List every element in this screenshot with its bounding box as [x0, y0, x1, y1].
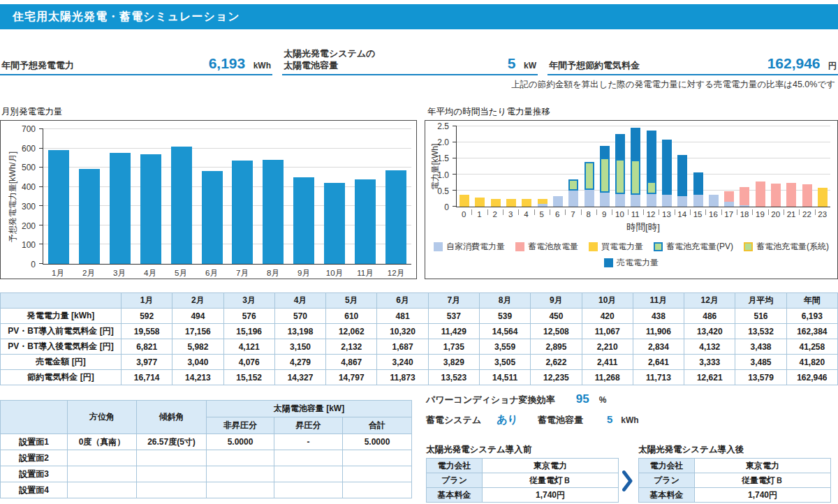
bar	[647, 131, 656, 207]
stat-label: 太陽光発電システムの 太陽電池容量	[284, 48, 376, 72]
x-tick-label: 4月	[135, 266, 166, 280]
x-tick-label: 3	[503, 208, 518, 219]
stat-value: 5	[508, 55, 516, 71]
bar	[140, 154, 161, 264]
x-tick-label: 9月	[288, 266, 319, 280]
table-header-row: 方位角 傾斜角 太陽電池容量 [kW]	[1, 401, 412, 417]
bar-segment-discharge	[740, 187, 749, 206]
table-row: 設置面10度（真南）26.57度(5寸)5.0000-5.0000	[1, 434, 412, 450]
table-row: PV・BT導入後電気料金 [円]6,8215,9824,1213,1502,13…	[1, 339, 838, 355]
bar	[48, 150, 69, 264]
row-label: プラン	[427, 473, 483, 488]
table-row: 売電金額 [円]3,9773,0404,0764,2794,8673,2403,…	[1, 355, 838, 370]
bar-segment-buy	[491, 199, 501, 207]
bar-segment-self	[585, 190, 594, 207]
x-tick-label: 2月	[73, 266, 104, 280]
bar-slot	[815, 126, 830, 207]
bar-segment-discharge	[724, 191, 734, 202]
value-cell: 17,156	[172, 324, 223, 339]
legend-label: 売電電力量	[617, 257, 659, 269]
boost-cell	[274, 482, 343, 498]
value-cell: 11,268	[582, 370, 633, 385]
stat-value: 162,946	[767, 55, 821, 71]
bar-segment-sell	[662, 140, 672, 195]
bar-segment-discharge	[802, 184, 812, 207]
azimuth-cell	[68, 450, 137, 466]
value-cell: 162,384	[786, 324, 837, 339]
value-cell: 539	[479, 309, 530, 324]
value-cell: 11,067	[582, 324, 633, 339]
bar-slot	[753, 126, 768, 207]
value-cell: 従量電灯Ｂ	[695, 473, 831, 488]
legend-row: 自家消費電力量蓄電池放電量買電電力量蓄電池充電量(PV)蓄電池充電量(系統)	[425, 241, 837, 253]
column-header: 5月	[326, 293, 377, 309]
inverter-unit: %	[599, 395, 607, 405]
y-tick-label: 0.5	[437, 186, 449, 196]
value-cell: 15,152	[223, 370, 274, 385]
column-header: 10月	[582, 293, 633, 309]
legend-label: 蓄電池充電量(PV)	[666, 241, 733, 253]
stat-annual-savings: 年間予想節約電気料金 162,946 円	[547, 40, 838, 75]
value-cell: 3,438	[735, 339, 786, 355]
bar	[585, 162, 594, 207]
bar-segment-discharge	[771, 184, 781, 207]
bar-segment-charge_pv	[647, 181, 656, 194]
stat-annual-generation: 年間予想発電電力 6,193 kWh	[0, 40, 272, 75]
total-cell	[343, 450, 412, 466]
bar	[355, 179, 376, 264]
stat-label: 年間予想発電電力	[1, 60, 74, 72]
nonboost-cell	[207, 450, 274, 466]
chart-legend: 自家消費電力量蓄電池放電量買電電力量蓄電池充電量(PV)蓄電池充電量(系統)売電…	[425, 241, 837, 273]
bar-slot	[566, 126, 581, 207]
bar-slot	[690, 126, 705, 207]
bar	[79, 169, 100, 264]
row-label: PV・BT導入前電気料金 [円]	[1, 324, 122, 339]
bar-slot	[503, 126, 519, 207]
value-cell: 東京電力	[483, 459, 619, 473]
value-cell: 450	[531, 309, 582, 324]
legend-label: 買電電力量	[601, 241, 643, 253]
table-row: 節約電気料金 [円]16,71414,21315,15214,32714,797…	[1, 370, 838, 385]
x-tick-label: 21	[784, 208, 799, 219]
bar	[202, 171, 223, 264]
x-axis-ticks: 1月2月3月4月5月6月7月8月9月10月11月12月	[43, 266, 411, 280]
y-axis-ticks: 00.51.01.52.02.5	[425, 126, 452, 207]
bar-segment-sell	[647, 131, 656, 182]
value-cell: 12,062	[326, 324, 377, 339]
value-cell: 2,834	[633, 339, 684, 355]
y-tick-label: 1.5	[437, 154, 449, 163]
value-cell: 3,485	[735, 355, 786, 370]
column-header: 11月	[633, 293, 684, 309]
value-cell: 13,532	[735, 324, 786, 339]
boost-cell: -	[274, 434, 343, 450]
column-header: 12月	[684, 293, 735, 309]
value-cell: 11,906	[633, 324, 684, 339]
bar-slot	[288, 129, 319, 264]
y-tick-label: 1.0	[437, 170, 449, 180]
legend-item-charge_pv: 蓄電池充電量(PV)	[654, 241, 733, 253]
bar-segment-buy	[506, 199, 516, 207]
row-label: 電力会社	[427, 459, 483, 473]
value-cell: 14,511	[479, 370, 530, 385]
inverter-value: 95	[576, 392, 589, 406]
bar-slot	[644, 126, 659, 207]
bar	[756, 181, 765, 207]
value-cell: 2,622	[531, 355, 582, 370]
bar-segment-buy	[538, 199, 547, 204]
bar-segment-self	[568, 191, 578, 207]
bar-segment-self	[600, 193, 610, 207]
value-cell: 481	[377, 309, 428, 324]
x-tick-label: 3月	[104, 266, 135, 280]
value-cell: 16,714	[122, 370, 172, 385]
x-tick-label: 9	[596, 208, 612, 219]
column-header: 1月	[122, 293, 172, 309]
bar-slot	[675, 126, 690, 207]
bar-slot	[258, 129, 288, 264]
storage-label: 蓄電システム	[426, 414, 481, 427]
value-cell: 12,508	[531, 324, 582, 339]
bar	[232, 161, 253, 264]
value-cell: 11,713	[633, 370, 684, 385]
x-tick-label: 22	[799, 208, 814, 219]
y-tick-label: 500	[22, 163, 36, 172]
legend-item-discharge: 蓄電池放電量	[515, 241, 578, 253]
